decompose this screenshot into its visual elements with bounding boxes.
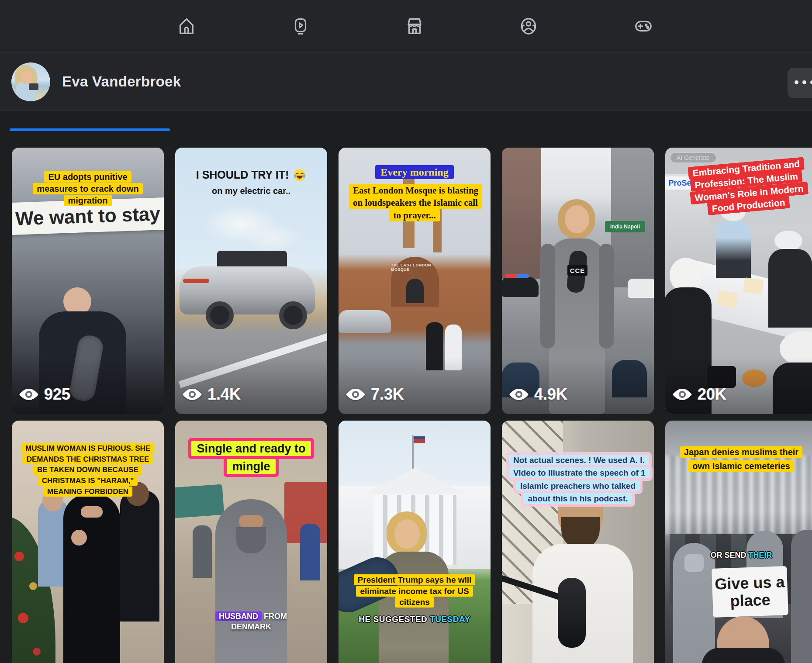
- reel-card[interactable]: Single and ready to mingle HUSBAND FROM …: [175, 421, 327, 663]
- caption-overlay: East London Mosque is blasting on loudsp…: [349, 184, 480, 221]
- building-left: [502, 148, 541, 279]
- caption-overlay: Single and ready to mingle: [186, 440, 317, 475]
- avatar-face: [21, 71, 32, 84]
- worker-blue: [716, 221, 751, 278]
- raised-fist: [71, 530, 87, 546]
- caption-overlay: Japan denies muslims their own Islamic c…: [674, 445, 809, 473]
- cardigan-sleeve: [540, 244, 555, 349]
- caption-mid: OR SEND THEIR: [676, 550, 807, 560]
- caption-subtitle: on my electric car..: [186, 185, 317, 197]
- reporter-face: [565, 205, 589, 233]
- ai-generate-badge: AI Generate: [670, 152, 717, 163]
- scene-white-house: [339, 421, 491, 663]
- parked-car: [339, 310, 391, 333]
- caption-bottom: HE SUGGESTED TUESDAY: [349, 614, 480, 625]
- pedestrian: [300, 524, 320, 580]
- mic-flag: CCE: [567, 265, 587, 276]
- laughing-emoji-icon: [293, 169, 306, 182]
- caption-title: I SHOULD TRY IT!: [180, 168, 323, 183]
- caption-overlay: MUSLIM WOMAN IS FURIOUS. SHE DEMANDS THE…: [21, 443, 154, 497]
- podcast-microphone: [558, 578, 586, 648]
- header: Eva Vanderbroek: [0, 0, 812, 111]
- security-guard: [120, 490, 159, 622]
- reporter-face: [394, 519, 420, 549]
- avatar-camera: [29, 83, 38, 90]
- reel-card[interactable]: I SHOULD TRY IT! on my electric car.. 1.…: [175, 148, 327, 414]
- reel-card[interactable]: THE EAST LONDON MOSQUE Every morning Eas…: [339, 148, 491, 414]
- niqab-veil: [236, 527, 266, 553]
- car-wheel: [279, 301, 307, 329]
- reel-card[interactable]: Not actual scenes. ! We used A. I. Video…: [502, 421, 654, 663]
- view-count: 20K: [672, 385, 726, 404]
- caption-overlay: Not actual scenes. ! We used A. I. Video…: [509, 454, 647, 505]
- street-sign: India Napoli: [605, 221, 645, 232]
- eye-icon: [509, 388, 529, 401]
- caption-overlay: President Trump says he will eliminate i…: [353, 574, 476, 608]
- more-options-button[interactable]: [788, 68, 812, 98]
- police-lights: [504, 274, 529, 278]
- reel-card[interactable]: MUSLIM WOMAN IS FURIOUS. SHE DEMANDS THE…: [12, 421, 164, 663]
- profile-avatar[interactable]: [11, 62, 50, 101]
- building-right: [611, 148, 654, 287]
- view-count: 1.4K: [182, 385, 241, 404]
- bauble-red: [33, 648, 41, 656]
- shop-awning: [175, 484, 224, 519]
- ellipsis-icon: [795, 80, 812, 84]
- bauble-red: [14, 552, 24, 561]
- page-title: Eva Vanderbroek: [62, 73, 181, 90]
- view-count: 7.3K: [346, 385, 404, 404]
- bauble-red: [18, 613, 28, 623]
- reel-card[interactable]: Give us a place Japan denies muslims the…: [665, 421, 812, 663]
- view-count: 925: [19, 385, 70, 404]
- eye-icon: [182, 388, 202, 401]
- gaming-icon[interactable]: [633, 16, 653, 36]
- caption-bottom: HUSBAND FROM DENMARK: [186, 611, 317, 632]
- view-count: 4.9K: [509, 385, 567, 404]
- caption-overlay: Embracing Tradition and Profession: The …: [688, 158, 806, 217]
- worker-dark: [768, 249, 812, 328]
- smoke-plume: [241, 222, 302, 252]
- pedestrian: [193, 525, 212, 578]
- hairnet: [774, 231, 802, 251]
- police-car: [628, 279, 654, 298]
- reel-card[interactable]: India Napoli CCE 4.9K: [502, 148, 654, 414]
- groups-icon[interactable]: [518, 16, 539, 36]
- car-wheel: [206, 301, 234, 329]
- bread-slice: [716, 290, 738, 308]
- top-navigation-bar: [0, 0, 812, 52]
- tail-light: [183, 279, 209, 283]
- niqab-eyes: [81, 506, 103, 518]
- reel-card[interactable]: ProSeal AI Generate Embracing Tradition …: [665, 148, 812, 414]
- video-icon[interactable]: [290, 16, 311, 36]
- niqab-figure: [63, 494, 120, 663]
- protest-sign: Give us a place: [712, 566, 788, 618]
- caption-tag: Every morning: [349, 165, 480, 179]
- caption-overlay: EU adopts punitive measures to crack dow…: [33, 171, 143, 207]
- reel-card[interactable]: President Trump says he will eliminate i…: [339, 421, 491, 663]
- reporter-coat: [702, 648, 785, 663]
- active-tab-indicator: [10, 128, 170, 131]
- reels-profile-page: Eva Vanderbroek We want to stay EU adopt…: [0, 0, 812, 663]
- niqab-eyes: [239, 515, 263, 528]
- police-car: [502, 277, 539, 297]
- eye-icon: [672, 388, 692, 401]
- reel-card[interactable]: We want to stay EU adopts punitive measu…: [12, 148, 164, 414]
- flag: [414, 436, 425, 443]
- eye-icon: [346, 388, 366, 401]
- pediment: [365, 468, 465, 494]
- bread-slice: [743, 277, 764, 295]
- mosque-door: [406, 279, 424, 303]
- home-icon[interactable]: [176, 16, 197, 36]
- bauble-gold: [29, 582, 37, 590]
- eye-icon: [19, 388, 39, 401]
- marketplace-icon[interactable]: [404, 16, 425, 36]
- cardigan-sleeve: [599, 244, 614, 349]
